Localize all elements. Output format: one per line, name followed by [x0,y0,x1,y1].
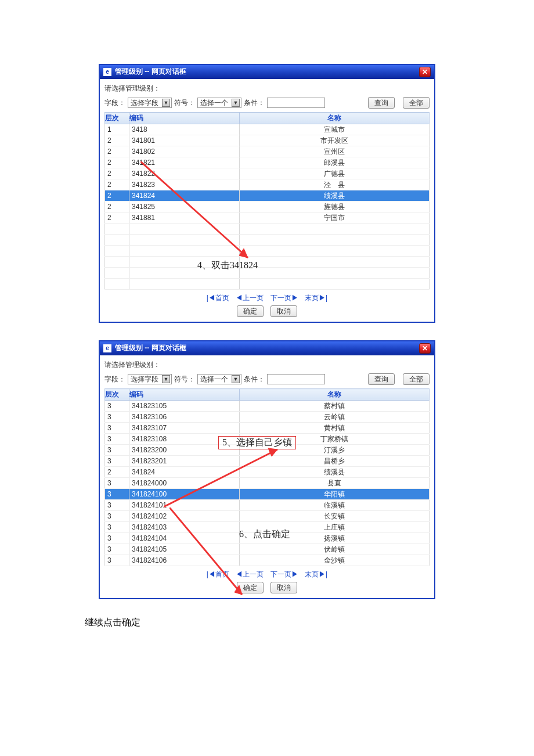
table-row[interactable] [105,224,430,235]
cell-name: 广德县 [240,168,430,179]
cell-name: 泾 县 [240,179,430,190]
table-row[interactable]: 2341823泾 县 [105,179,430,190]
cancel-button[interactable]: 取消 [270,582,297,593]
table-row[interactable] [105,257,430,268]
annotation-5: 5、选择自己乡镇 [218,436,296,449]
cell-level: 3 [105,489,129,500]
cancel-button[interactable]: 取消 [270,305,297,317]
condition-label: 条件： [244,375,265,384]
table-row[interactable]: 2341802宣州区 [105,146,430,157]
cell-name: 伏岭镇 [240,544,430,555]
cell-code: 341822 [129,168,240,179]
table-row[interactable]: 13418宣城市 [105,124,430,135]
col-header-name[interactable]: 名称 [240,389,430,401]
table-row[interactable]: 3341824106金沙镇 [105,555,430,566]
pager-last[interactable]: 末页▶| [305,294,327,302]
table-row[interactable]: 3341824100华阳镇 [105,489,430,500]
table-row[interactable]: 3341824105伏岭镇 [105,544,430,555]
table-row[interactable] [105,235,430,246]
table-row[interactable]: 2341801市开发区 [105,135,430,146]
operator-select[interactable]: 选择一个 ▼ [197,374,241,384]
cell-name: 华阳镇 [240,489,430,500]
col-header-code[interactable]: 编码 [129,113,240,124]
operator-label: 符号： [174,98,195,108]
table-row[interactable] [105,279,430,290]
ok-button[interactable]: 确定 [237,582,264,593]
table-row[interactable]: 3341823107黄村镇 [105,423,430,434]
table-row[interactable] [105,246,430,257]
col-header-level[interactable]: 层次 [105,389,129,401]
close-button[interactable]: ✕ [419,343,431,354]
pager-first[interactable]: |◀首页 [207,570,229,578]
col-header-code[interactable]: 编码 [129,389,240,401]
table-row[interactable]: 3341823105蔡村镇 [105,401,430,412]
field-select[interactable]: 选择字段 ▼ [128,98,172,108]
search-button[interactable]: 查询 [368,373,395,385]
table-row[interactable]: 2341825旌德县 [105,201,430,213]
table-row[interactable]: 2341881宁国市 [105,213,430,224]
cell-name [240,235,430,246]
cell-code [129,246,240,257]
operator-label: 符号： [174,375,195,384]
cell-level: 3 [105,533,129,544]
cell-name: 宁国市 [240,213,430,224]
cell-level [105,279,129,290]
pager-next[interactable]: 下一页▶ [270,294,298,302]
annotation-6: 6、点击确定 [239,528,290,541]
cell-code: 341821 [129,157,240,168]
cell-level [105,268,129,279]
table-row[interactable]: 2341822广德县 [105,168,430,179]
cell-code [129,235,240,246]
all-button[interactable]: 全部 [403,373,430,385]
cell-code [129,224,240,235]
operator-select[interactable]: 选择一个 ▼ [197,98,241,108]
dialog-1: e 管理级别 -- 网页对话框 ✕ 请选择管理级别： 字段： 选择字段 ▼ 符号… [99,64,435,323]
condition-input[interactable] [267,98,325,108]
cell-level: 2 [105,467,129,478]
table-row[interactable]: 3341823201昌桥乡 [105,456,430,467]
cell-code: 341824000 [129,478,240,489]
table-row[interactable]: 2341821郎溪县 [105,157,430,168]
table-header-row: 层次 编码 名称 [105,389,430,401]
cell-code: 341823 [129,179,240,190]
col-header-level[interactable]: 层次 [105,113,129,124]
close-button[interactable]: ✕ [419,67,431,77]
cell-level: 2 [105,213,129,224]
cell-name: 金沙镇 [240,555,430,566]
cell-code: 341824106 [129,555,240,566]
cell-name: 郎溪县 [240,157,430,168]
cell-level: 3 [105,555,129,566]
cell-name: 宣城市 [240,124,430,135]
pager-prev[interactable]: ◀上一页 [236,570,264,578]
cell-code: 341824104 [129,533,240,544]
chevron-down-icon: ▼ [232,99,240,107]
table-row[interactable]: 3341824101临溪镇 [105,500,430,511]
dialog-title: 管理级别 -- 网页对话框 [115,343,186,353]
cell-code: 341825 [129,201,240,213]
table-row[interactable]: 2341824绩溪县 [105,190,430,201]
pager-first[interactable]: |◀首页 [207,294,229,302]
cell-code: 3418 [129,124,240,135]
field-label: 字段： [104,98,125,108]
cell-level: 2 [105,190,129,201]
search-button[interactable]: 查询 [368,97,395,109]
cell-code: 341824100 [129,489,240,500]
table-row[interactable]: 2341824绩溪县 [105,467,430,478]
table-row[interactable]: 3341824000县直 [105,478,430,489]
cell-level: 1 [105,124,129,135]
field-select[interactable]: 选择字段 ▼ [128,374,172,384]
table-row[interactable]: 3341823106云岭镇 [105,412,430,423]
pager-last[interactable]: 末页▶| [305,570,327,578]
ok-button[interactable]: 确定 [237,305,264,317]
cell-name: 旌德县 [240,201,430,213]
pager-prev[interactable]: ◀上一页 [236,294,264,302]
cell-name: 蔡村镇 [240,401,430,412]
all-button[interactable]: 全部 [403,97,430,109]
table-row[interactable]: 3341824102长安镇 [105,511,430,522]
titlebar: e 管理级别 -- 网页对话框 ✕ [100,65,434,79]
col-header-name[interactable]: 名称 [240,113,430,124]
condition-input[interactable] [267,374,325,384]
pager-next[interactable]: 下一页▶ [270,570,298,578]
table-row[interactable] [105,268,430,279]
cell-code: 341824 [129,467,240,478]
